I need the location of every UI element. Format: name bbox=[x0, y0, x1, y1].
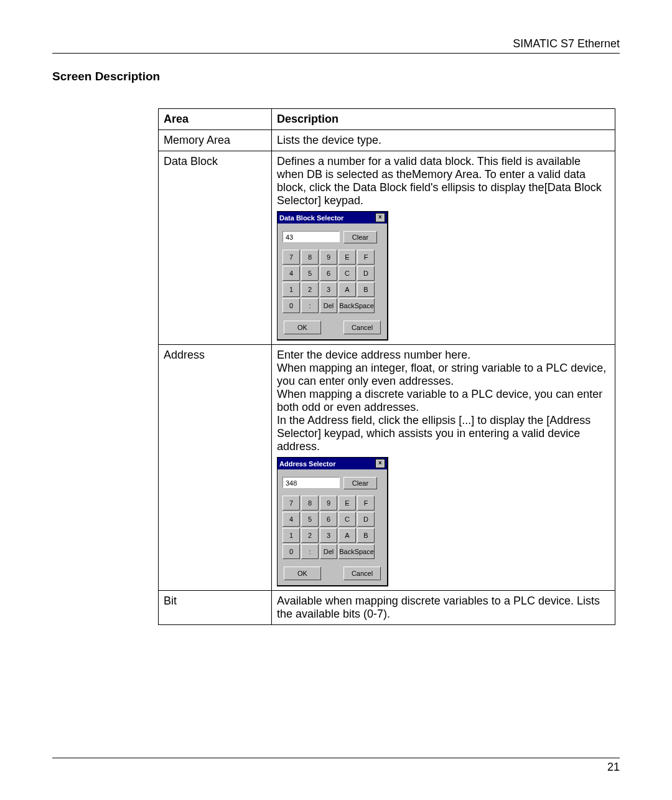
dialog-title: Address Selector bbox=[279, 460, 335, 468]
dialog-title: Data Block Selector bbox=[279, 214, 343, 222]
key-b[interactable]: B bbox=[357, 528, 375, 543]
close-icon[interactable]: × bbox=[375, 459, 385, 468]
key-5[interactable]: 5 bbox=[301, 266, 319, 281]
data-block-input[interactable]: 43 bbox=[282, 231, 340, 242]
table-row: Bit Available when mapping discrete vari… bbox=[159, 591, 615, 625]
dialog-titlebar: Data Block Selector × bbox=[278, 212, 387, 224]
key-backspace[interactable]: BackSpace bbox=[338, 298, 375, 313]
section-title: Screen Description bbox=[52, 70, 620, 83]
key-0[interactable]: 0 bbox=[282, 298, 300, 313]
key-e[interactable]: E bbox=[338, 250, 356, 265]
doc-title: SIMATIC S7 Ethernet bbox=[513, 37, 620, 50]
key-colon[interactable]: : bbox=[301, 544, 319, 559]
key-0[interactable]: 0 bbox=[282, 544, 300, 559]
cell-desc: Enter the device address number here. Wh… bbox=[272, 345, 615, 591]
cancel-button[interactable]: Cancel bbox=[343, 567, 381, 580]
key-del[interactable]: Del bbox=[320, 544, 337, 559]
data-block-selector-dialog: Data Block Selector × 43 Clear 7 bbox=[277, 211, 388, 341]
address-selector-dialog: Address Selector × 348 Clear 7 bbox=[277, 457, 388, 586]
key-a[interactable]: A bbox=[338, 528, 356, 543]
cell-area: Memory Area bbox=[159, 130, 272, 151]
key-d[interactable]: D bbox=[357, 266, 375, 281]
cancel-button[interactable]: Cancel bbox=[343, 321, 381, 334]
key-2[interactable]: 2 bbox=[301, 528, 319, 543]
cell-desc: Lists the device type. bbox=[272, 130, 615, 151]
keypad: 7 8 9 E F 4 5 6 C bbox=[282, 250, 382, 313]
clear-button[interactable]: Clear bbox=[343, 231, 377, 243]
dialog-titlebar: Address Selector × bbox=[278, 458, 387, 469]
key-8[interactable]: 8 bbox=[301, 250, 319, 265]
key-c[interactable]: C bbox=[338, 512, 356, 527]
desc-text: Enter the device address number here. Wh… bbox=[277, 349, 606, 453]
table-row: Address Enter the device address number … bbox=[159, 345, 615, 591]
cell-area: Bit bbox=[159, 591, 272, 625]
address-input[interactable]: 348 bbox=[282, 477, 340, 488]
key-del[interactable]: Del bbox=[320, 298, 337, 313]
key-9[interactable]: 9 bbox=[320, 496, 337, 511]
key-backspace[interactable]: BackSpace bbox=[338, 544, 375, 559]
key-7[interactable]: 7 bbox=[282, 496, 300, 511]
key-d[interactable]: D bbox=[357, 512, 375, 527]
key-3[interactable]: 3 bbox=[320, 282, 337, 297]
key-a[interactable]: A bbox=[338, 282, 356, 297]
key-6[interactable]: 6 bbox=[320, 512, 337, 527]
key-6[interactable]: 6 bbox=[320, 266, 337, 281]
key-colon[interactable]: : bbox=[301, 298, 319, 313]
key-f[interactable]: F bbox=[357, 250, 375, 265]
key-5[interactable]: 5 bbox=[301, 512, 319, 527]
key-f[interactable]: F bbox=[357, 496, 375, 511]
key-1[interactable]: 1 bbox=[282, 282, 300, 297]
clear-button[interactable]: Clear bbox=[343, 477, 377, 489]
key-4[interactable]: 4 bbox=[282, 266, 300, 281]
cell-desc: Defines a number for a valid data block.… bbox=[272, 151, 615, 345]
th-area: Area bbox=[159, 109, 272, 130]
cell-area: Address bbox=[159, 345, 272, 591]
close-icon[interactable]: × bbox=[375, 213, 385, 222]
description-table: Area Description Memory Area Lists the d… bbox=[158, 108, 615, 625]
cell-area: Data Block bbox=[159, 151, 272, 345]
ok-button[interactable]: OK bbox=[284, 567, 321, 580]
th-desc: Description bbox=[272, 109, 615, 130]
keypad: 7 8 9 E F 4 5 6 C bbox=[282, 496, 382, 559]
page-number: 21 bbox=[607, 761, 620, 773]
key-9[interactable]: 9 bbox=[320, 250, 337, 265]
cell-desc: Available when mapping discrete variable… bbox=[272, 591, 615, 625]
key-4[interactable]: 4 bbox=[282, 512, 300, 527]
key-e[interactable]: E bbox=[338, 496, 356, 511]
ok-button[interactable]: OK bbox=[284, 321, 321, 334]
key-c[interactable]: C bbox=[338, 266, 356, 281]
key-8[interactable]: 8 bbox=[301, 496, 319, 511]
table-row: Memory Area Lists the device type. bbox=[159, 130, 615, 151]
key-3[interactable]: 3 bbox=[320, 528, 337, 543]
table-row: Data Block Defines a number for a valid … bbox=[159, 151, 615, 345]
key-7[interactable]: 7 bbox=[282, 250, 300, 265]
desc-text: Defines a number for a valid data block.… bbox=[277, 155, 602, 207]
key-b[interactable]: B bbox=[357, 282, 375, 297]
key-1[interactable]: 1 bbox=[282, 528, 300, 543]
key-2[interactable]: 2 bbox=[301, 282, 319, 297]
